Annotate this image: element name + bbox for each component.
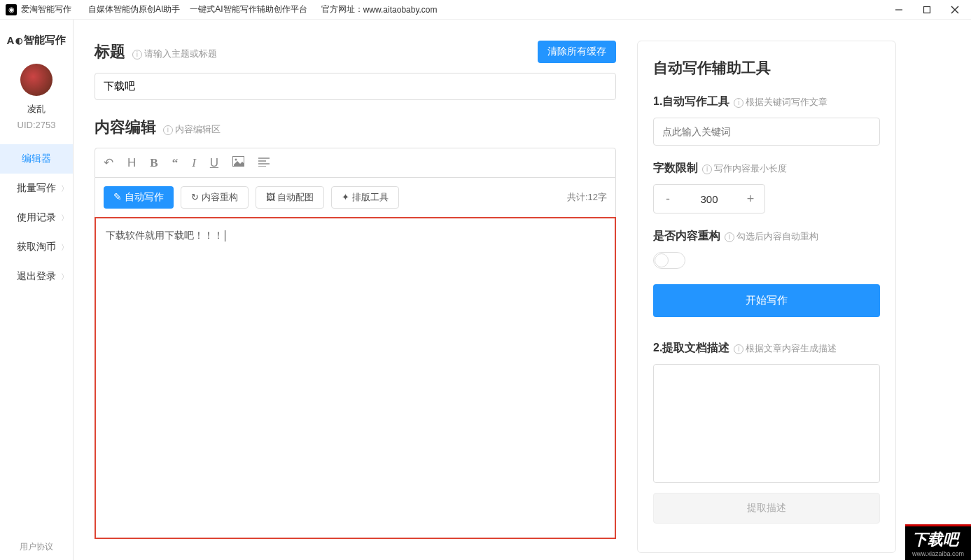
- app-name: 爱淘智能写作: [21, 4, 71, 15]
- nav-coins[interactable]: 获取淘币〉: [0, 232, 73, 262]
- stepper-minus[interactable]: -: [654, 185, 682, 213]
- extract-button[interactable]: 提取描述: [653, 493, 880, 524]
- username: 凌乱: [27, 103, 46, 115]
- tagline-1: 自媒体智能伪原创AI助手: [88, 4, 180, 15]
- info-icon: i: [734, 98, 743, 108]
- app-icon: ◉: [6, 4, 17, 15]
- avatar[interactable]: [20, 64, 53, 96]
- keyword-input[interactable]: [653, 118, 880, 146]
- image-icon[interactable]: [232, 156, 244, 170]
- tools-panel: 自动写作辅助工具 1.自动写作工具 i根据关键词写作文章 字数限制 i写作内容最…: [637, 41, 896, 553]
- description-textarea[interactable]: [653, 364, 880, 483]
- word-limit-stepper: - 300 +: [653, 184, 765, 214]
- watermark: 下载吧 www.xiazaiba.com: [905, 524, 971, 560]
- user-agreement-link[interactable]: 用户协议: [20, 541, 53, 553]
- word-limit-label: 字数限制 i写作内容最小长度: [653, 161, 880, 176]
- nav-logout[interactable]: 退出登录〉: [0, 262, 73, 291]
- chevron-right-icon: 〉: [61, 213, 69, 223]
- content-hint: i内容编辑区: [163, 124, 221, 134]
- maximize-button[interactable]: [916, 1, 937, 18]
- sidebar-logo: A◐ 智能写作: [7, 34, 67, 47]
- align-icon[interactable]: [258, 156, 270, 170]
- close-button[interactable]: [944, 1, 965, 18]
- site-url[interactable]: www.aitaobaby.com: [363, 5, 438, 15]
- titlebar: ◉ 爱淘智能写作 自媒体智能伪原创AI助手 一键式AI智能写作辅助创作平台 官方…: [0, 0, 971, 20]
- bold-icon[interactable]: B: [150, 156, 158, 170]
- svg-rect-1: [924, 6, 930, 13]
- extract-section-label: 2.提取文档描述 i根据文章内容生成描述: [653, 341, 880, 356]
- tagline-2: 一键式AI智能写作辅助创作平台: [190, 4, 307, 15]
- nav-batch[interactable]: 批量写作〉: [0, 174, 73, 203]
- rebuild-toggle-label: 是否内容重构 i勾选后内容自动重构: [653, 229, 880, 244]
- info-icon: i: [734, 344, 743, 354]
- stepper-plus[interactable]: +: [736, 185, 764, 213]
- word-counter: 共计:12字: [567, 191, 607, 204]
- info-icon: i: [702, 164, 712, 174]
- uid: UID:2753: [18, 120, 56, 130]
- svg-point-5: [235, 158, 237, 160]
- auto-write-section-label: 1.自动写作工具 i根据关键词写作文章: [653, 94, 880, 109]
- content-label: 内容编辑: [95, 118, 156, 136]
- auto-write-button[interactable]: ✎ 自动写作: [104, 186, 174, 209]
- sidebar: A◐ 智能写作 凌乱 UID:2753 编辑器 批量写作〉 使用记录〉 获取淘币…: [0, 20, 74, 560]
- chevron-right-icon: 〉: [61, 272, 69, 282]
- quote-icon[interactable]: “: [172, 156, 179, 170]
- chevron-right-icon: 〉: [61, 242, 69, 253]
- site-label: 官方网址：: [321, 4, 363, 15]
- title-input[interactable]: [95, 73, 616, 100]
- layout-tool-button[interactable]: ✦ 排版工具: [331, 186, 399, 209]
- info-icon: i: [163, 125, 173, 135]
- minimize-button[interactable]: [888, 1, 909, 18]
- editor-textarea[interactable]: 下载软件就用下载吧！！！: [95, 217, 616, 539]
- start-write-button[interactable]: 开始写作: [653, 284, 880, 317]
- stepper-value: 300: [682, 193, 736, 205]
- title-label: 标题: [95, 43, 125, 60]
- info-icon: i: [725, 232, 734, 242]
- clear-cache-button[interactable]: 清除所有缓存: [538, 41, 616, 63]
- title-hint: i请输入主题或标题: [132, 48, 217, 59]
- chevron-right-icon: 〉: [61, 183, 69, 194]
- auto-image-button[interactable]: 🖼 自动配图: [256, 186, 325, 209]
- nav-editor[interactable]: 编辑器: [0, 144, 73, 174]
- tools-panel-title: 自动写作辅助工具: [653, 58, 880, 78]
- info-icon: i: [132, 50, 142, 59]
- undo-icon[interactable]: ↶: [104, 155, 113, 170]
- rebuild-toggle[interactable]: [653, 252, 685, 269]
- nav-history[interactable]: 使用记录〉: [0, 203, 73, 232]
- underline-icon[interactable]: U: [210, 156, 218, 170]
- editor-toolbar: ↶ H B “ I U: [95, 148, 616, 178]
- italic-icon[interactable]: I: [192, 156, 196, 170]
- heading-icon[interactable]: H: [127, 156, 136, 170]
- rebuild-button[interactable]: ↻ 内容重构: [181, 186, 249, 209]
